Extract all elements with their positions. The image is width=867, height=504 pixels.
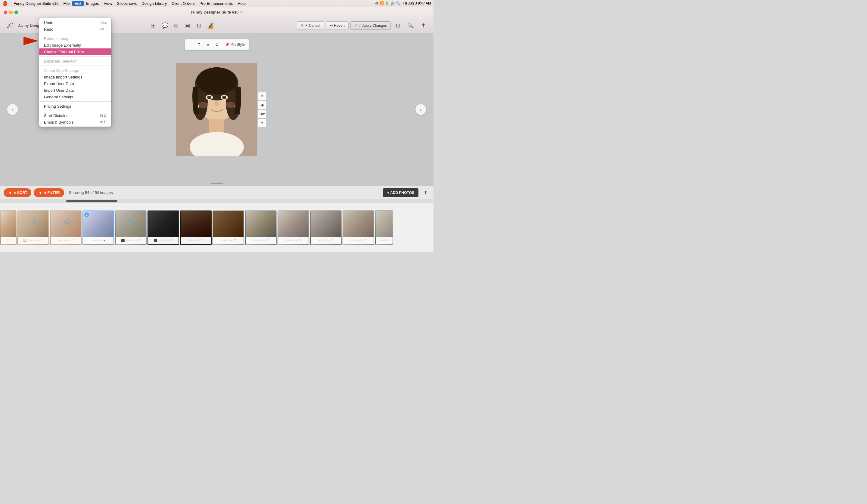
scrollbar-thumb[interactable] (66, 200, 117, 202)
thumb-footer: ⬛ ★★★★★ ♡ (148, 237, 179, 244)
sort-label: ◄ SORT (13, 191, 28, 195)
tool-icon-1[interactable]: ⊞ (148, 20, 159, 31)
main-photo-frame (176, 63, 257, 156)
menubar-item-view[interactable]: View (101, 1, 115, 6)
pin-style-button[interactable]: 📌 Pin Style (222, 40, 248, 49)
menubar-item-pro[interactable]: Pro Enhancements (197, 1, 235, 6)
menubar-item-images[interactable]: Images (84, 1, 101, 6)
thumb-footer: ★★★★★ ♥ (83, 237, 114, 244)
maximize-button[interactable] (14, 11, 18, 14)
dash-tool-button[interactable]: — (186, 40, 194, 49)
apply-changes-button[interactable]: ✓ ✓ Apply Changes (350, 21, 391, 30)
fullscreen-icon[interactable]: ⊡ (393, 20, 403, 31)
svg-point-7 (207, 96, 211, 99)
thumbnail-item[interactable]: ★★★★★ ♡ (245, 210, 277, 245)
thumbnail-item[interactable]: 🔗 ★★★★★ ♡ (50, 210, 82, 245)
star-rating: ★★★★★ (221, 239, 233, 242)
filmstrip-scrollbar[interactable] (0, 199, 434, 203)
hash-tool-button[interactable]: # (204, 40, 212, 49)
menu-item-dictation[interactable]: Start Dictation... fn D (39, 112, 111, 119)
close-button[interactable] (3, 11, 7, 14)
thumbnail-item[interactable]: ★★★★★ ♡ (213, 210, 244, 245)
star-rating: ★★★★★ (28, 239, 40, 242)
menubar-item-slideshows[interactable]: Slideshows (115, 1, 139, 6)
sort-button[interactable]: ◄ ◄ SORT (3, 188, 31, 197)
text-tool-button[interactable]: T (195, 40, 203, 49)
heart-icon: ♡ (7, 239, 10, 242)
toolbar-right: ✕ ✕ Cancel ↩ Revert ✓ ✓ Apply Changes ⊡ … (297, 20, 429, 31)
export-button[interactable]: ⬆ (421, 188, 430, 197)
tool-icon-6[interactable]: 🔏 (205, 20, 216, 31)
thumb-footer: ★★★★★ ♡ (181, 237, 211, 244)
thumbnail-item[interactable]: ⬛ ★★★★★ ♡ (148, 210, 179, 245)
thumbnail-item[interactable]: 🔗 📖 ★★★★★ ♡ (18, 210, 49, 245)
thumbnail-item[interactable]: ★★★★★ ♡ (310, 210, 342, 245)
tool-icon-4[interactable]: ▣ (182, 20, 193, 31)
menubar: 🍎 Fundy Designer Suite v10 File Edit Ima… (0, 0, 434, 7)
menubar-item-help[interactable]: Help (235, 1, 248, 6)
thumbnail-item[interactable]: ★★★★★ ♡ (278, 210, 309, 245)
thumb-footer: 📖 ★★★★★ ♡ (18, 237, 49, 244)
cancel-button[interactable]: ✕ ✕ Cancel (297, 21, 324, 30)
shortcut-emoji: fn E (100, 120, 107, 124)
tool-icon-2[interactable]: 💬 (160, 20, 170, 31)
portrait-image (176, 63, 257, 156)
nav-next-button[interactable]: › (416, 104, 426, 115)
menu-item-undo[interactable]: Undo ⌘Z (39, 19, 111, 26)
selection-badge: 1 (84, 212, 89, 217)
svg-point-11 (225, 102, 236, 108)
title-indicator: ▼ (240, 11, 243, 14)
menu-label-pricing: Pricing Settings (44, 104, 71, 109)
thumbnail-item[interactable]: ♡ (0, 210, 17, 245)
svg-point-8 (222, 96, 226, 99)
menu-label-choose-editor: Choose External Editor (44, 50, 84, 54)
menubar-item-edit[interactable]: Edit (72, 1, 84, 6)
menu-separator-1 (39, 34, 111, 34)
tool-icon-3[interactable]: ⊟ (171, 20, 182, 31)
tool-icon-5[interactable]: ⊡ (194, 20, 205, 31)
thumb-footer: ★★★★★ ♡ (213, 237, 244, 244)
heart-icon: ♡ (298, 239, 301, 242)
add-photos-button[interactable]: + ADD PHOTOS (383, 188, 418, 197)
menu-label-undo: Undo (44, 20, 53, 25)
revert-button[interactable]: ↩ Revert (326, 21, 349, 30)
menubar-item-file[interactable]: File (61, 1, 72, 6)
bottom-panel: ◄ ◄ SORT ◄ ◄ FILTER Showing 54 of 54 ima… (0, 186, 434, 252)
thumbnail-item[interactable]: ★★★★ (375, 210, 393, 245)
portrait-svg (176, 63, 257, 156)
adjust-tool-button[interactable]: ⚙ (213, 40, 221, 49)
nav-prev-button[interactable]: ‹ (7, 104, 18, 115)
menubar-item-client-orders[interactable]: Client Orders (169, 1, 197, 6)
menu-item-redo[interactable]: Redo ⇧⌘Z (39, 26, 111, 32)
filter-button[interactable]: ◄ ◄ FILTER (34, 188, 64, 197)
panel-icon: ⬛ (121, 239, 125, 242)
color-tool-button[interactable]: ◉ (258, 101, 266, 109)
thumbnail-item[interactable]: ★★★★★ ♡ (343, 210, 374, 245)
star-rating: ★★★★★ (188, 239, 200, 242)
heart-icon: ♡ (71, 239, 74, 242)
menubar-item-app[interactable]: Fundy Designer Suite v10 (11, 1, 61, 6)
zoom-icon[interactable]: 🔍 (405, 20, 416, 31)
menu-item-export-user[interactable]: Export User Data (39, 80, 111, 87)
share-icon[interactable]: ⬆ (418, 20, 429, 31)
eyedropper-tool-button[interactable]: ✒ (258, 119, 266, 127)
menu-item-pricing[interactable]: Pricing Settings (39, 103, 111, 109)
thumbnail-item[interactable]: 1 ★★★★★ ♥ (83, 210, 114, 245)
minimize-button[interactable] (9, 11, 13, 14)
thumbnail-item[interactable]: ★★★★★ ♡ (180, 210, 212, 245)
menu-item-edit-external[interactable]: Edit Image Externally (39, 42, 111, 48)
apple-menu[interactable]: 🍎 (2, 1, 8, 6)
pencil-tool-button[interactable]: ✏ (258, 92, 266, 100)
panel-resize-handle[interactable] (211, 183, 223, 184)
menu-label-duplicate: Duplicate Selection (44, 59, 77, 64)
thumb-footer: ★★★★★ ♡ (51, 237, 81, 244)
heart-icon: ♥ (104, 239, 106, 242)
menu-item-emoji[interactable]: Emoji & Symbols fn E (39, 119, 111, 125)
menu-item-import-user[interactable]: Import User Data (39, 87, 111, 94)
menu-item-choose-editor[interactable]: Choose External Editor (39, 48, 111, 55)
menu-item-image-import[interactable]: Image Import Settings (39, 74, 111, 80)
menubar-item-design-library[interactable]: Design Library (139, 1, 169, 6)
menu-item-general-settings[interactable]: General Settings (39, 94, 111, 100)
thumbnail-item[interactable]: 🔗 ⬛ ★★★★★ ♡ (115, 210, 147, 245)
bw-tool-button[interactable]: BW (258, 110, 266, 118)
